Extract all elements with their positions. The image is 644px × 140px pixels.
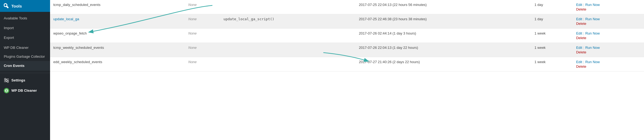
action-links: Edit | Run Now — [576, 31, 641, 35]
action: update_local_ga_script() — [220, 14, 356, 29]
recurrence: 1 day — [531, 14, 573, 29]
sidebar-item-available-tools[interactable]: Available Tools — [0, 13, 50, 23]
separator: | — [583, 17, 584, 21]
actions: Edit | Run Now Delete — [573, 29, 644, 43]
separator: | — [583, 60, 584, 64]
separator: | — [583, 31, 584, 35]
actions: Edit | Run Now Delete — [573, 43, 644, 57]
sidebar-header-label: Tools — [11, 4, 22, 8]
sidebar-wpdbcleaner-header[interactable]: WP DB Cleaner — [0, 86, 50, 96]
sidebar-wpdbcleaner-label: WP DB Cleaner — [11, 88, 37, 93]
next-run: 2017-07-25 22:46:38 (23 hours 38 minutes… — [356, 14, 531, 29]
next-run: 2017-07-25 22:04:13 (22 hours 56 minutes… — [356, 0, 531, 14]
action — [220, 43, 356, 57]
wpdbcleaner-icon — [4, 88, 9, 93]
table-row: edd_weekly_scheduled_events None 2017-07… — [50, 57, 644, 71]
sidebar-nav: Available Tools Import Export WP DB Clea… — [0, 12, 50, 71]
action-links: Edit | Run Now — [576, 3, 641, 7]
action-links: Edit | Run Now — [576, 60, 641, 64]
recurrence: 1 week — [531, 29, 573, 43]
edit-link[interactable]: Edit — [576, 31, 582, 35]
sidebar-header[interactable]: Tools — [0, 0, 50, 12]
sidebar: Tools Available Tools Import Export WP D… — [0, 0, 50, 140]
arguments: None — [185, 57, 220, 71]
svg-rect-3 — [5, 78, 6, 80]
edit-link[interactable]: Edit — [576, 60, 582, 64]
delete-link[interactable]: Delete — [576, 7, 641, 11]
run-now-link[interactable]: Run Now — [585, 31, 600, 35]
action-links: Edit | Run Now — [576, 17, 641, 21]
arguments: None — [185, 14, 220, 29]
hook-name: update_local_ga — [50, 14, 185, 29]
separator: | — [583, 3, 584, 7]
actions: Edit | Run Now Delete — [573, 0, 644, 14]
action — [220, 0, 356, 14]
table-row: tcmp_daily_scheduled_events None 2017-07… — [50, 0, 644, 14]
svg-rect-5 — [7, 81, 8, 83]
table-row: update_local_ga None update_local_ga_scr… — [50, 14, 644, 29]
sidebar-item-cron-events[interactable]: Cron Events — [0, 61, 50, 71]
hook-name: wpseo_onpage_fetch — [50, 29, 185, 43]
sidebar-item-wp-db-cleaner[interactable]: WP DB Cleaner — [0, 43, 50, 53]
arguments: None — [185, 43, 220, 57]
run-now-link[interactable]: Run Now — [585, 3, 600, 7]
next-run: 2017-07-27 21:40:26 (2 days 22 hours) — [356, 57, 531, 71]
edit-link[interactable]: Edit — [576, 46, 582, 50]
cron-events-table: tcmp_daily_scheduled_events None 2017-07… — [50, 0, 644, 71]
recurrence: 1 day — [531, 0, 573, 14]
main-content: tcmp_daily_scheduled_events None 2017-07… — [50, 0, 644, 140]
delete-link[interactable]: Delete — [576, 22, 641, 26]
recurrence: 1 week — [531, 43, 573, 57]
table-row: tcmp_weekly_scheduled_events None 2017-0… — [50, 43, 644, 57]
run-now-link[interactable]: Run Now — [585, 60, 600, 64]
delete-link[interactable]: Delete — [576, 64, 641, 69]
hook-name: tcmp_daily_scheduled_events — [50, 0, 185, 14]
svg-rect-4 — [6, 80, 7, 81]
hook-name: edd_weekly_scheduled_events — [50, 57, 185, 71]
table-row: wpseo_onpage_fetch None 2017-07-26 02:44… — [50, 29, 644, 43]
action — [220, 29, 356, 43]
edit-link[interactable]: Edit — [576, 17, 582, 21]
action-code: update_local_ga_script() — [224, 17, 274, 21]
next-run: 2017-07-26 22:04:13 (1 day 22 hours) — [356, 43, 531, 57]
sidebar-item-export[interactable]: Export — [0, 33, 50, 43]
actions: Edit | Run Now Delete — [573, 14, 644, 29]
action — [220, 57, 356, 71]
hook-name: tcmp_weekly_scheduled_events — [50, 43, 185, 57]
sidebar-item-import[interactable]: Import — [0, 23, 50, 33]
settings-icon — [4, 78, 9, 83]
sidebar-item-plugins-garbage-collector[interactable]: Plugins Garbage Collector — [0, 53, 50, 61]
next-run: 2017-07-26 02:44:14 (1 day 3 hours) — [356, 29, 531, 43]
recurrence: 1 week — [531, 57, 573, 71]
sidebar-settings-header[interactable]: Settings — [0, 75, 50, 86]
delete-link[interactable]: Delete — [576, 36, 641, 40]
delete-link[interactable]: Delete — [576, 50, 641, 54]
actions: Edit | Run Now Delete — [573, 57, 644, 71]
run-now-link[interactable]: Run Now — [585, 46, 600, 50]
run-now-link[interactable]: Run Now — [585, 17, 600, 21]
arguments: None — [185, 29, 220, 43]
action-links: Edit | Run Now — [576, 46, 641, 50]
tools-icon — [4, 3, 9, 9]
arguments: None — [185, 0, 220, 14]
separator: | — [583, 46, 584, 50]
edit-link[interactable]: Edit — [576, 3, 582, 7]
sidebar-settings-label: Settings — [11, 78, 25, 82]
